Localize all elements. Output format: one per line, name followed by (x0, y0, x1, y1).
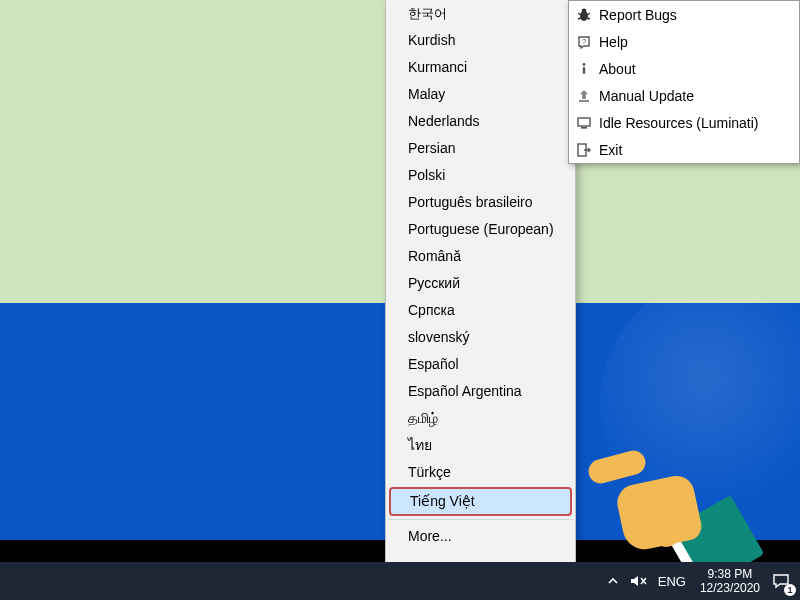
lang-item[interactable]: Српска (386, 297, 575, 324)
lang-item[interactable]: Türkçe (386, 459, 575, 486)
lang-item[interactable]: Português brasileiro (386, 189, 575, 216)
tray-item-about[interactable]: About (569, 55, 799, 82)
tray-item-manual-update[interactable]: Manual Update (569, 82, 799, 109)
lang-item[interactable]: Malay (386, 81, 575, 108)
tray-item-exit[interactable]: Exit (569, 136, 799, 163)
tray-context-menu: Report Bugs ? Help About Manual Update I… (568, 0, 800, 164)
taskbar-time: 9:38 PM (708, 567, 753, 581)
lang-item[interactable]: Portuguese (European) (386, 216, 575, 243)
tray-label: About (599, 61, 799, 77)
tray-label: Idle Resources (Luminati) (599, 115, 799, 131)
lang-item[interactable]: Română (386, 243, 575, 270)
lang-item[interactable]: Español (386, 351, 575, 378)
taskbar-language[interactable]: ENG (652, 574, 692, 589)
svg-rect-9 (579, 100, 589, 102)
svg-point-1 (582, 8, 587, 13)
tray-label: Manual Update (599, 88, 799, 104)
taskbar-date: 12/23/2020 (700, 581, 760, 595)
lang-item[interactable]: Español Argentina (386, 378, 575, 405)
bug-icon (569, 7, 599, 23)
info-icon (569, 61, 599, 77)
lang-item[interactable]: தமிழ் (386, 405, 575, 432)
svg-line-2 (578, 13, 581, 15)
tray-item-help[interactable]: ? Help (569, 28, 799, 55)
tray-label: Report Bugs (599, 7, 799, 23)
action-center-icon[interactable]: 1 (768, 562, 794, 600)
svg-line-3 (587, 13, 590, 15)
monitor-icon (569, 115, 599, 131)
lang-item[interactable]: Polski (386, 162, 575, 189)
notification-badge: 1 (784, 584, 796, 596)
lang-item[interactable]: Persian (386, 135, 575, 162)
lang-item[interactable]: slovenský (386, 324, 575, 351)
svg-line-5 (587, 18, 590, 19)
lang-item-selected[interactable]: Tiếng Việt (389, 487, 572, 516)
lang-item[interactable]: Nederlands (386, 108, 575, 135)
tray-item-idle-resources[interactable]: Idle Resources (Luminati) (569, 109, 799, 136)
lang-item[interactable]: 한국어 (386, 0, 575, 27)
tray-item-report-bugs[interactable]: Report Bugs (569, 1, 799, 28)
help-icon: ? (569, 34, 599, 50)
lang-item-more[interactable]: More... (386, 523, 575, 550)
language-submenu: 한국어 Kurdish Kurmanci Malay Nederlands Pe… (385, 0, 576, 600)
tray-label: Exit (599, 142, 799, 158)
menu-separator (388, 519, 573, 520)
update-icon (569, 88, 599, 104)
lang-item[interactable]: ไทย (386, 432, 575, 459)
svg-text:?: ? (582, 37, 587, 46)
svg-point-7 (583, 63, 586, 66)
taskbar: ENG 9:38 PM 12/23/2020 1 (0, 562, 800, 600)
exit-icon (569, 142, 599, 158)
taskbar-clock[interactable]: 9:38 PM 12/23/2020 (692, 567, 768, 595)
tray-chevron-icon[interactable] (600, 562, 626, 600)
lang-item[interactable]: Kurmanci (386, 54, 575, 81)
lang-item[interactable]: Kurdish (386, 27, 575, 54)
svg-rect-8 (583, 67, 585, 74)
volume-muted-icon[interactable] (626, 562, 652, 600)
lang-item[interactable]: Русский (386, 270, 575, 297)
svg-rect-10 (578, 118, 590, 126)
tray-label: Help (599, 34, 799, 50)
svg-rect-11 (581, 127, 587, 129)
svg-line-4 (578, 18, 581, 19)
